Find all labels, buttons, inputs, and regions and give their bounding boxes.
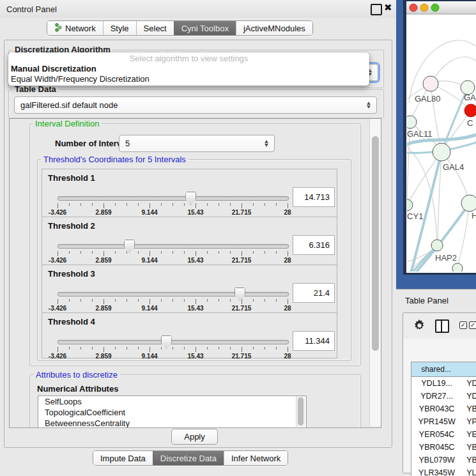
list-scrollbar-thumb[interactable] xyxy=(298,397,303,426)
tab-style[interactable]: Style xyxy=(103,21,136,35)
settings-scrollbar[interactable] xyxy=(369,119,381,426)
node-HAP2[interactable] xyxy=(431,240,443,251)
dropdown-item-hint[interactable]: Select algorithm to view settings xyxy=(8,54,369,64)
dropdown-item-manual-discretization[interactable]: Manual Discretization xyxy=(8,64,369,74)
settings-scroll-viewport: Interval Definition Number of Intervals … xyxy=(9,118,381,428)
threshold-4-label: Threshold 4 xyxy=(48,317,95,326)
tab-network[interactable]: Network xyxy=(47,21,103,35)
slider-tick-label: 9.144 xyxy=(141,209,157,216)
slider-tick-label: -3.426 xyxy=(49,209,66,216)
gear-icon[interactable] xyxy=(413,319,426,332)
network-node-label: HAP2 xyxy=(435,253,457,263)
slider-tick-label: 2.859 xyxy=(95,353,111,360)
slider-tick-label: 15.43 xyxy=(187,353,203,360)
numerical-attributes-list[interactable]: SelfLoopsTopologicalCoefficientBetweenne… xyxy=(38,395,307,428)
threshold-1-slider-thumb[interactable] xyxy=(185,192,196,205)
slider-tick-label: -3.426 xyxy=(49,353,66,360)
column-header-shared[interactable]: shared... xyxy=(411,362,461,377)
table-row[interactable]: YER054CYER0 xyxy=(411,428,476,441)
interval-definition-group-title: Interval Definition xyxy=(33,119,102,128)
mac-zoom-button[interactable] xyxy=(431,4,439,12)
control-panel-title: Control Panel xyxy=(6,4,57,14)
node-GCY1[interactable] xyxy=(401,199,413,211)
slider-tick-label: 9.144 xyxy=(141,353,157,360)
threshold-2-slider-track[interactable] xyxy=(58,244,289,249)
table-cell: YPR145W xyxy=(411,415,463,428)
threshold-4-slider-track[interactable] xyxy=(58,340,289,344)
list-item[interactable]: BetweennessCentrality xyxy=(38,418,306,428)
apply-button[interactable]: Apply xyxy=(171,429,218,445)
network-icon xyxy=(54,23,62,34)
table-row[interactable]: YDR27...YDR2 xyxy=(411,390,476,403)
table-row[interactable]: YBR043CYBR0 xyxy=(411,403,476,415)
table-cell: YER054C xyxy=(411,428,463,441)
table-cell: YDL1 xyxy=(463,377,476,390)
table-row[interactable]: YDL19...YDL1 xyxy=(411,377,476,390)
threshold-3-slider-thumb[interactable] xyxy=(234,288,245,301)
tab-select[interactable]: Select xyxy=(136,21,174,35)
slider-tick-label: 15.43 xyxy=(187,209,203,216)
table-cell: YLR345W xyxy=(411,466,463,476)
slider-tick-label: -3.426 xyxy=(49,305,66,312)
slider-tick-label: 2.859 xyxy=(95,209,111,216)
table-row[interactable]: YBL079WYBL0 xyxy=(411,454,476,466)
threshold-4-slider-thumb[interactable] xyxy=(161,335,172,349)
list-item[interactable]: SelfLoops xyxy=(38,396,306,407)
list-item[interactable]: TopologicalCoefficient xyxy=(38,407,306,418)
threshold-4-value-field[interactable] xyxy=(293,331,335,351)
threshold-2-panel: Threshold 2 -3.4262.8599.14415.4321.7152… xyxy=(42,217,337,265)
dropdown-item-equal-width-frequency[interactable]: Equal Width/Frequency Discretization xyxy=(8,74,369,84)
node-GAL4[interactable] xyxy=(433,143,450,161)
network-node-label: GAL4 xyxy=(443,162,464,172)
slider-tick-label: 2.859 xyxy=(95,305,111,312)
table-cell: YDL19... xyxy=(411,377,463,390)
table-cell: YLR3 xyxy=(463,466,476,476)
mac-close-button[interactable] xyxy=(410,4,417,12)
mac-minimize-button[interactable] xyxy=(420,4,428,12)
table-cell: YPR1 xyxy=(463,415,476,428)
combo-arrows-icon xyxy=(364,102,374,109)
slider-tick-label: 28 xyxy=(284,353,291,360)
threshold-3-value-field[interactable] xyxy=(293,283,335,303)
table-row[interactable]: YPR145WYPR1 xyxy=(411,415,476,428)
slider-tick-label: -3.426 xyxy=(49,257,66,264)
network-node-label: C xyxy=(467,118,473,128)
control-panel-tabbar: Network Style Select Cyni Toolbox jActiv… xyxy=(47,20,313,36)
table-row[interactable]: YBR045CYBR0 xyxy=(411,441,476,454)
tab-infer-network[interactable]: Infer Network xyxy=(224,451,288,465)
node-table: shared... na YDL19...YDL1YDR27...YDR2YBR… xyxy=(411,362,476,476)
slider-tick-label: 28 xyxy=(284,257,291,264)
number-of-intervals-combobox[interactable]: 5 xyxy=(119,135,275,152)
slider-tick-label: 28 xyxy=(284,209,291,216)
table-row[interactable]: YLR345WYLR3 xyxy=(411,466,476,476)
slider-tick-label: 21.715 xyxy=(232,257,252,264)
table-cell: YBR043C xyxy=(411,403,463,415)
threshold-3-slider-track[interactable] xyxy=(58,292,289,296)
tab-jactivemnodules[interactable]: jActiveMNodules xyxy=(236,21,312,35)
threshold-4-panel: Threshold 4 -3.4262.8599.14415.4321.7152… xyxy=(42,312,337,358)
checkbox-icon-2[interactable]: ✓ xyxy=(469,321,476,329)
node-selected-red[interactable] xyxy=(464,104,476,117)
float-window-icon[interactable] xyxy=(371,4,382,15)
slider-tick-label: 21.715 xyxy=(232,305,252,312)
node-H[interactable] xyxy=(461,195,476,211)
table-cell: YDR27... xyxy=(411,390,463,403)
split-panel-icon[interactable] xyxy=(435,319,449,333)
checkbox-icon-1[interactable]: ✓ xyxy=(459,321,467,329)
column-header-name[interactable]: na xyxy=(461,362,476,377)
table-toolbar: ✓ ✓ xyxy=(403,313,476,339)
control-panel-titlebar: Control Panel ✖ xyxy=(0,0,396,18)
threshold-1-value-field[interactable] xyxy=(293,187,335,207)
threshold-2-slider-thumb[interactable] xyxy=(124,240,135,253)
close-icon[interactable]: ✖ xyxy=(384,2,392,13)
list-scrollbar[interactable] xyxy=(296,396,305,427)
threshold-1-slider-track[interactable] xyxy=(58,196,289,201)
node-GAL80[interactable] xyxy=(423,76,438,91)
network-node-label: GAL80 xyxy=(415,94,440,104)
tab-cyni-toolbox[interactable]: Cyni Toolbox xyxy=(174,21,236,35)
table-data-combobox[interactable]: galFiltered.sif default node xyxy=(14,96,377,114)
threshold-2-value-field[interactable] xyxy=(293,235,335,255)
tab-impute-data[interactable]: Impute Data xyxy=(93,451,153,465)
settings-scrollbar-thumb[interactable] xyxy=(372,136,379,351)
tab-discretize-data[interactable]: Discretize Data xyxy=(153,451,224,465)
